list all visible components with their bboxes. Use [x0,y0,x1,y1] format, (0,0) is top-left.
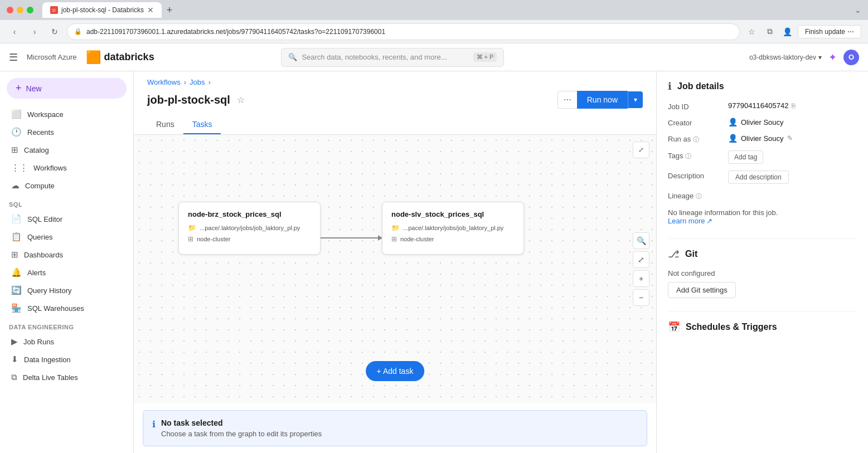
job-details-title: Job details [677,81,724,91]
close-window-button[interactable] [7,7,13,13]
canvas-zoom-in-button[interactable]: + [633,270,649,287]
sidebar-item-dashboards[interactable]: ⊞ Dashboards [2,246,131,264]
sidebar-toggle-button[interactable]: ☰ [9,51,18,64]
expand-canvas-button[interactable]: ⤢ [633,142,649,158]
panel-divider-1 [668,238,857,239]
task-node-2-title: node-slv_stock_prices_sql [391,210,515,218]
active-tab[interactable]: D job-pl-stock-sql - Databricks ✕ [42,2,162,18]
edit-run-as-button[interactable]: ✎ [787,134,793,142]
no-task-content: No task selected Choose a task from the … [161,418,322,438]
breadcrumb-sep2: › [208,78,211,86]
sidebar-item-workflows[interactable]: ⋮⋮ Workflows [2,159,131,177]
sidebar-item-catalog[interactable]: ⊞ Catalog [2,141,131,159]
add-tag-button[interactable]: Add tag [728,150,763,164]
profiles-button[interactable]: 👤 [780,24,796,40]
workspace-selector[interactable]: o3-dbksws-laktory-dev ▾ [749,53,822,61]
run-dropdown-button[interactable]: ▾ [628,91,643,108]
search-shortcut-badge: ⌘ + P [473,52,497,62]
tags-info-icon[interactable]: ⓘ [685,153,691,159]
tab-title: job-pl-stock-sql - Databricks [61,6,144,14]
run-now-button[interactable]: Run now [577,91,628,109]
task-node-1-title: node-brz_stock_prices_sql [188,210,311,218]
copy-job-id-button[interactable]: ⎘ [792,102,796,110]
dashboards-label: Dashboards [24,251,63,259]
learn-more-link[interactable]: Learn more ↗ [668,217,778,225]
task-node-2-path: 📁 ...pace/.laktory/jobs/job_laktory_pl.p… [391,224,515,232]
bookmark-button[interactable]: ☆ [744,24,760,40]
sidebar-item-job-runs[interactable]: ▶ Job Runs [2,333,131,350]
browser-nav: ‹ › ↻ 🔒 adb-2211091707396001.1.azuredata… [0,20,868,43]
description-label: Description [668,171,724,180]
job-id-row: Job ID 977904116405742 ⎘ [668,101,857,111]
git-icon: ⎇ [668,248,680,260]
breadcrumb-jobs[interactable]: Jobs [190,78,205,86]
browser-nav-actions: ☆ ⧉ 👤 Finish update ⋯ [744,24,861,40]
finish-update-button[interactable]: Finish update ⋯ [798,25,861,38]
breadcrumb-workflows[interactable]: Workflows [147,78,181,86]
sidebar-item-delta-live-tables[interactable]: ⧉ Delta Live Tables [2,368,131,386]
sidebar-item-data-ingestion[interactable]: ⬇ Data Ingestion [2,350,131,368]
description-row: Description Add description [668,171,857,184]
lineage-text: No lineage information for this job. [668,208,778,217]
sidebar-item-sql-editor[interactable]: 📄 SQL Editor [2,210,131,228]
workflows-icon: ⋮⋮ [11,163,28,173]
task-node-1[interactable]: node-brz_stock_prices_sql 📁 ...pace/.lak… [178,202,321,255]
task-node-1-path: 📁 ...pace/.laktory/jobs/job_laktory_pl.p… [188,224,311,232]
workspace-icon: ⬜ [11,109,22,119]
data-ingestion-icon: ⬇ [11,354,18,364]
new-tab-button[interactable]: + [162,2,177,18]
sidebar-item-query-history[interactable]: 🔄 Query History [2,281,131,299]
sidebar-workflows-label: Workflows [33,164,67,172]
canvas-zoom-out-button[interactable]: − [633,289,649,306]
task-node-2[interactable]: node-slv_stock_prices_sql 📁 ...pace/.lak… [382,202,524,255]
browser-titlebar: D job-pl-stock-sql - Databricks ✕ + ⌄ [0,0,868,20]
no-task-info-icon: ℹ [152,419,156,430]
sidebar-compute-label: Compute [25,182,55,190]
lineage-info-icon[interactable]: ⓘ [696,193,702,199]
sparkle-icon[interactable]: ✦ [828,51,837,64]
sidebar-item-workspace[interactable]: ⬜ Workspace [2,105,131,123]
tags-label: Tags ⓘ [668,150,724,160]
canvas-toolbar: 🔍 ⤢ + − [633,232,649,306]
browser-menu-button[interactable]: ⌄ [855,6,861,14]
azure-label: Microsoft Azure [27,53,77,61]
tab-close-button[interactable]: ✕ [147,6,154,14]
canvas-search-button[interactable]: 🔍 [633,232,649,249]
sidebar-item-queries[interactable]: 📋 Queries [2,228,131,246]
content-header: Workflows › Jobs › job-pl-stock-sql ☆ ⋯ … [134,71,656,135]
finish-update-label: Finish update [805,28,845,36]
git-section-title: Git [685,249,697,259]
favorite-star-icon[interactable]: ☆ [237,95,245,105]
sidebar-item-compute[interactable]: ☁ Compute [2,177,131,194]
add-description-button[interactable]: Add description [728,171,789,184]
global-search-box[interactable]: 🔍 Search data, notebooks, recents, and m… [281,48,504,67]
maximize-window-button[interactable] [27,7,33,13]
no-task-title: No task selected [161,418,322,427]
address-bar[interactable]: 🔒 adb-2211091707396001.1.azuredatabricks… [67,23,740,40]
back-button[interactable]: ‹ [7,24,22,40]
sidebar-item-sql-warehouses[interactable]: 🏪 SQL Warehouses [2,299,131,317]
new-button[interactable]: + New [7,78,127,99]
job-runs-label: Job Runs [23,338,54,346]
databricks-logo: 🟧 databricks [86,50,154,65]
run-as-info-icon[interactable]: ⓘ [693,136,699,143]
alerts-icon: 🔔 [11,267,22,277]
tab-tasks[interactable]: Tasks [183,115,221,134]
canvas-expand-button[interactable]: ⤢ [633,251,649,268]
avatar[interactable]: O [843,50,859,65]
forward-button[interactable]: › [27,24,42,40]
panel-divider-2 [668,311,857,312]
refresh-button[interactable]: ↻ [47,24,62,40]
minimize-window-button[interactable] [17,7,23,13]
sidebar-item-alerts[interactable]: 🔔 Alerts [2,264,131,281]
more-options-button[interactable]: ⋯ [557,91,577,109]
queries-label: Queries [27,233,53,241]
extensions-button[interactable]: ⧉ [762,24,778,40]
creator-value: 👤 Olivier Soucy [728,118,784,126]
tab-runs[interactable]: Runs [147,115,183,134]
add-git-settings-button[interactable]: Add Git settings [668,282,736,298]
catalog-icon: ⊞ [11,145,18,155]
add-task-button[interactable]: + Add task [366,361,425,381]
sidebar-item-recents[interactable]: 🕐 Recents [2,123,131,141]
run-as-value: 👤 Olivier Soucy ✎ [728,134,793,143]
